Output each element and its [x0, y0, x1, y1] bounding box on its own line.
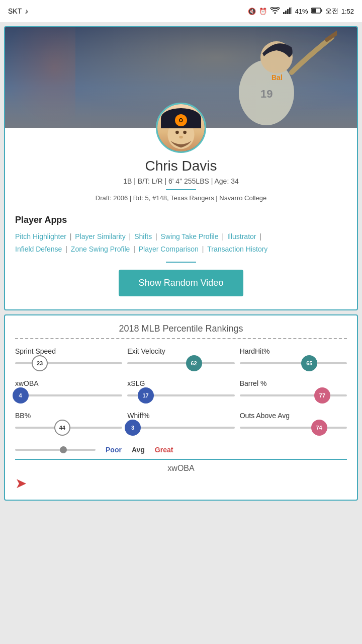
app-link-zone[interactable]: Zone Swing Profile: [71, 245, 130, 253]
stat-slider[interactable]: 23: [15, 357, 122, 369]
stat-item-barrel-%: Barrel % 77: [240, 379, 347, 401]
player-apps-section: Player Apps Pitch Highlighter | Player S…: [5, 210, 357, 309]
player-name: Chris Davis: [15, 158, 347, 174]
stat-thumb: 62: [186, 355, 202, 371]
stat-slider[interactable]: 74: [240, 422, 347, 434]
divider: [166, 189, 196, 190]
app-link-shifts[interactable]: Shifts: [134, 232, 152, 240]
stat-thumb: 74: [311, 420, 327, 436]
status-bar: SKT ♪ 🔇 ⏰ 41%: [0, 0, 362, 22]
battery-icon: [311, 8, 322, 15]
player-info: Chris Davis 1B | B/T: L/R | 6' 4" 255LBS…: [5, 153, 357, 210]
player-meta: 1B | B/T: L/R | 6' 4" 255LBS | Age: 34: [15, 177, 347, 185]
app-link-infield[interactable]: Infield Defense: [15, 245, 62, 253]
stat-slider[interactable]: 77: [240, 389, 347, 401]
legend-avg: Avg: [132, 446, 145, 454]
stat-label: Whiff%: [127, 412, 234, 420]
player-draft: Draft: 2006 | Rd: 5, #148, Texas Rangers…: [15, 194, 347, 202]
music-icon: ♪: [25, 7, 28, 15]
app-link-comparison[interactable]: Player Comparison: [139, 245, 199, 253]
rankings-grid: Sprint Speed 23 Exit Velocity 62 HardHit…: [15, 347, 347, 434]
signal-icon: [283, 7, 292, 16]
stat-item-outs-above-avg: Outs Above Avg 74: [240, 412, 347, 434]
show-video-button[interactable]: Show Random Video: [119, 270, 244, 296]
stat-slider[interactable]: 62: [127, 357, 234, 369]
svg-rect-3: [289, 8, 291, 14]
wifi-icon: [270, 7, 280, 16]
stat-slider[interactable]: 4: [15, 389, 122, 401]
apps-divider: [166, 262, 196, 263]
stat-label: HardHit%: [240, 347, 347, 355]
time-label: 1:52: [341, 8, 354, 15]
stat-thumb: 23: [32, 355, 48, 371]
carrier-label: SKT: [8, 7, 22, 15]
stat-item-xslg: xSLG 17: [127, 379, 234, 401]
stat-label: BB%: [15, 412, 122, 420]
svg-rect-7: [312, 9, 316, 13]
alarm-icon: ⏰: [259, 8, 267, 15]
stat-label: Outs Above Avg: [240, 412, 347, 420]
ampm-label: 오전: [325, 7, 338, 16]
svg-rect-1: [285, 11, 287, 14]
battery-pct: 41%: [295, 8, 308, 15]
stat-item-exit-velocity: Exit Velocity 62: [127, 347, 234, 369]
stat-label: Sprint Speed: [15, 347, 122, 355]
avatar-container: O: [5, 103, 357, 153]
rankings-title: 2018 MLB Percentile Rankings: [15, 324, 347, 339]
stat-label: Barrel %: [240, 379, 347, 387]
stat-item-hardhit%: HardHit% 65: [240, 347, 347, 369]
svg-text:Bal: Bal: [272, 73, 283, 82]
player-avatar: O: [156, 103, 206, 153]
svg-rect-4: [291, 7, 292, 14]
stat-item-bb%: BB% 44: [15, 412, 122, 434]
stat-item-xwoba: xwOBA 4: [15, 379, 122, 401]
svg-rect-2: [287, 9, 289, 14]
stat-label: xSLG: [127, 379, 234, 387]
stat-item-sprint-speed: Sprint Speed 23: [15, 347, 122, 369]
svg-point-13: [175, 131, 179, 134]
stat-thumb: 65: [301, 355, 317, 371]
app-link-swing[interactable]: Swing Take Profile: [161, 232, 219, 240]
stat-slider[interactable]: 44: [15, 422, 122, 434]
stat-item-whiff%: Whiff% 3: [127, 412, 234, 434]
bottom-label: xwOBA: [15, 459, 347, 473]
player-apps-title: Player Apps: [15, 215, 347, 225]
app-link-transaction[interactable]: Transaction History: [207, 245, 267, 253]
stat-thumb: 44: [54, 420, 70, 436]
stat-thumb: 77: [314, 387, 330, 404]
stat-thumb: 3: [125, 420, 141, 436]
stat-thumb: 17: [138, 387, 154, 404]
stat-label: xwOBA: [15, 379, 122, 387]
svg-text:19: 19: [260, 88, 273, 100]
mute-icon: 🔇: [248, 8, 256, 15]
player-card: 19 Bal O: [4, 26, 358, 310]
stat-label: Exit Velocity: [127, 347, 234, 355]
app-link-illustrator[interactable]: Illustrator: [227, 232, 256, 240]
legend-poor: Poor: [106, 446, 122, 454]
legend-great: Great: [155, 446, 173, 454]
legend-row: Poor Avg Great: [15, 444, 347, 456]
rankings-card: 2018 MLB Percentile Rankings Sprint Spee…: [4, 314, 358, 501]
stat-thumb: 4: [13, 387, 29, 404]
svg-rect-0: [283, 12, 285, 14]
app-link-pitch[interactable]: Pitch Highlighter: [15, 232, 66, 240]
red-arrow: ➤: [15, 475, 347, 492]
stat-slider[interactable]: 65: [240, 357, 347, 369]
svg-rect-6: [321, 9, 322, 12]
player-apps-links[interactable]: Pitch Highlighter | Player Similarity | …: [15, 230, 347, 256]
stat-slider[interactable]: 17: [127, 389, 234, 401]
stat-slider[interactable]: 3: [127, 422, 234, 434]
svg-point-14: [183, 131, 187, 134]
svg-point-15: [179, 136, 183, 139]
app-link-similarity[interactable]: Player Similarity: [75, 232, 125, 240]
